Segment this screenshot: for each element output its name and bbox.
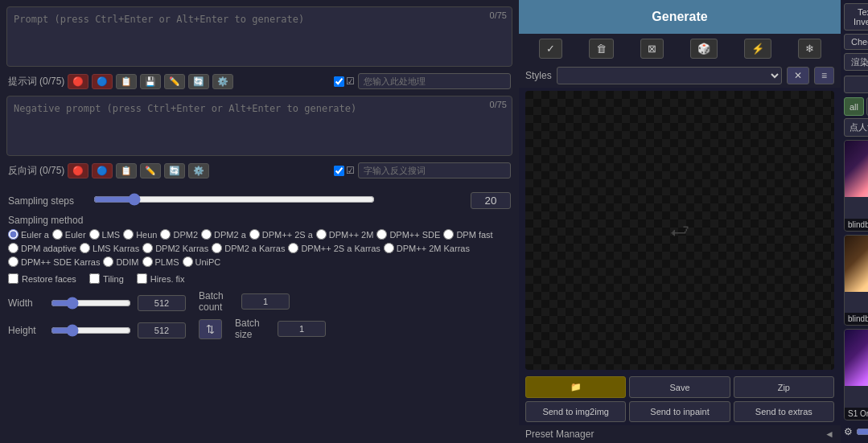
styles-apply-btn[interactable]: ≡	[814, 67, 834, 84]
filter-girl-btn[interactable]: 点人女生/	[844, 118, 868, 137]
prompt-icon-btn-3[interactable]: 📋	[116, 74, 137, 89]
neg-icon-btn-1[interactable]: 🔴	[68, 163, 88, 178]
restore-faces-checkbox[interactable]: Restore faces	[8, 273, 76, 284]
radio-heun[interactable]: Heun	[123, 229, 157, 240]
zip-btn[interactable]: Zip	[734, 376, 834, 398]
styles-clear-btn[interactable]: ✕	[787, 67, 809, 84]
positive-checkbox[interactable]: ☑	[334, 76, 355, 87]
radio-dpm2-karras[interactable]: DPM2 Karras	[142, 243, 208, 253]
radio-euler-a[interactable]: Euler a	[8, 229, 49, 240]
height-value[interactable]: 512	[138, 322, 186, 338]
neg-icon-btn-2[interactable]: 🔵	[92, 163, 113, 178]
radio-dpm2-a[interactable]: DPM2 a	[201, 229, 246, 240]
positive-text-input[interactable]	[358, 73, 511, 89]
radio-unipc[interactable]: UniPC	[183, 256, 221, 267]
radio-lms-karras[interactable]: LMS Karras	[80, 243, 139, 253]
model-card-5[interactable]: S1 Ori_ArtStyle_Vit...	[844, 329, 868, 420]
radio-dpm-2m[interactable]: DPM++ 2M	[316, 229, 374, 240]
radio-dpm-2s[interactable]: DPM++ 2S a	[249, 229, 313, 240]
radio-dpm-adaptive[interactable]: DPM adaptive	[8, 243, 76, 253]
radio-lms[interactable]: LMS	[89, 229, 121, 240]
width-value[interactable]: 512	[138, 295, 186, 311]
right-panel: Textual Inversion Hypernetworks Checkpoi…	[841, 0, 868, 443]
styles-select[interactable]	[557, 67, 782, 84]
radio-dpm2[interactable]: DPM2	[160, 229, 198, 240]
settings-icon[interactable]: ⚙	[844, 426, 853, 437]
action-dice-btn[interactable]: 🎲	[690, 39, 718, 59]
batch-size-section: Batch size 1	[235, 318, 511, 340]
action-freeze-btn[interactable]: ❄	[798, 39, 821, 59]
batch-count-label: Batch count	[199, 290, 235, 313]
neg-icon-btn-4[interactable]: ✏️	[140, 163, 161, 178]
radio-dpm2a-karras[interactable]: DPM2 a Karras	[212, 243, 285, 253]
neg-icon-btn-3[interactable]: 📋	[116, 163, 137, 178]
tiling-checkbox[interactable]: Tiling	[89, 273, 124, 284]
radio-ddim[interactable]: DDIM	[103, 256, 138, 267]
radio-dpmsde-karras[interactable]: DPM++ SDE Karras	[8, 256, 100, 267]
send-extras-btn[interactable]: Send to extras	[734, 401, 834, 422]
height-slider[interactable]	[51, 324, 131, 337]
styles-label: Styles	[525, 70, 552, 81]
action-icons-row: ✓ 🗑 ⊠ 🎲 ⚡ ❄	[519, 34, 841, 64]
dimensions-row: Width 512 Batch count 1	[8, 290, 511, 313]
prompt-icon-btn-6[interactable]: 🔄	[188, 74, 209, 89]
neg-icon-btn-5[interactable]: 🔄	[164, 163, 185, 178]
negative-checkbox[interactable]: ☑	[334, 165, 355, 176]
sampling-steps-value[interactable]: 20	[471, 192, 511, 209]
model-tabs: Checkpoints Lora LyCORIS	[844, 34, 868, 50]
negative-right-toolbar: ☑	[334, 162, 511, 178]
save-btn[interactable]: Save	[629, 376, 730, 398]
open-folder-btn[interactable]: 📁	[525, 376, 626, 398]
swap-dimensions-btn[interactable]: ⇅	[199, 319, 222, 339]
action-lightning-btn[interactable]: ⚡	[744, 39, 771, 59]
prompt-icon-btn-5[interactable]: ✏️	[164, 74, 185, 89]
model-card-1[interactable]: blindbox_v1	[844, 140, 868, 232]
negative-prompt-input[interactable]	[7, 96, 512, 153]
textual-inversion-tab[interactable]: Textual Inversion	[844, 3, 868, 31]
width-label: Width	[8, 297, 44, 309]
zoom-slider[interactable]	[856, 425, 868, 438]
radio-plms[interactable]: PLMS	[142, 256, 179, 267]
sampling-steps-slider[interactable]	[93, 193, 375, 206]
model-card-3[interactable]: blindbox_V3	[844, 235, 868, 326]
action-trash-btn[interactable]: 🗑	[589, 39, 614, 59]
action-box-btn[interactable]: ⊠	[640, 39, 664, 59]
canvas-area: ⮐	[525, 91, 834, 370]
radio-dpm2sa-karras[interactable]: DPM++ 2S a Karras	[288, 243, 380, 253]
batch-size-value[interactable]: 1	[278, 321, 326, 337]
prompt-icon-btn-4[interactable]: 💾	[140, 74, 161, 89]
card-img-3	[845, 236, 868, 292]
height-batch-row: Height 512 ⇅ Batch size 1	[8, 318, 511, 340]
negative-text-input[interactable]	[358, 162, 511, 178]
sampling-steps-label: Sampling steps	[8, 195, 88, 207]
hires-fix-checkbox[interactable]: Hires. fix	[137, 273, 185, 284]
right-tabs: Textual Inversion Hypernetworks	[844, 3, 868, 31]
preset-manager-label: Preset Manager	[525, 429, 594, 440]
send-inpaint-btn[interactable]: Send to inpaint	[629, 401, 730, 422]
sampling-method-label: Sampling method	[8, 215, 511, 226]
card-label-1: blindbox_v1	[845, 219, 868, 231]
prompt-icon-btn-7[interactable]: ⚙️	[212, 74, 233, 89]
refresh-button[interactable]: Refresh	[844, 76, 868, 93]
filter-all-btn[interactable]: all	[844, 97, 864, 116]
prompt-icon-btn-1[interactable]: 🔴	[68, 74, 88, 89]
checkpoints-tab[interactable]: Checkpoints	[844, 34, 868, 50]
radio-dpm-fast[interactable]: DPM fast	[443, 229, 492, 240]
bottom-buttons-2: Send to img2img Send to inpaint Send to …	[519, 401, 841, 425]
batch-count-value[interactable]: 1	[241, 293, 290, 310]
positive-prompt-input[interactable]	[7, 7, 512, 64]
positive-right-toolbar: ☑	[334, 73, 511, 89]
radio-dpm2m-karras[interactable]: DPM++ 2M Karras	[384, 243, 470, 253]
preset-collapse-arrow[interactable]: ◄	[825, 429, 834, 440]
neg-icon-btn-6[interactable]: ⚙️	[188, 163, 209, 178]
action-checkmark-btn[interactable]: ✓	[539, 39, 562, 59]
radio-euler[interactable]: Euler	[52, 229, 86, 240]
model-search-input[interactable]	[844, 53, 868, 71]
width-slider[interactable]	[51, 297, 131, 310]
radio-dpm-sde[interactable]: DPM++ SDE	[376, 229, 440, 240]
middle-panel: Generate ✓ 🗑 ⊠ 🎲 ⚡ ❄ Styles ✕ ≡ ⮐ 📁 Save…	[519, 0, 841, 443]
prompt-icon-btn-2[interactable]: 🔵	[92, 74, 113, 89]
height-row: Height 512	[8, 322, 186, 338]
generate-button[interactable]: Generate	[519, 0, 841, 34]
send-img2img-btn[interactable]: Send to img2img	[525, 401, 626, 422]
